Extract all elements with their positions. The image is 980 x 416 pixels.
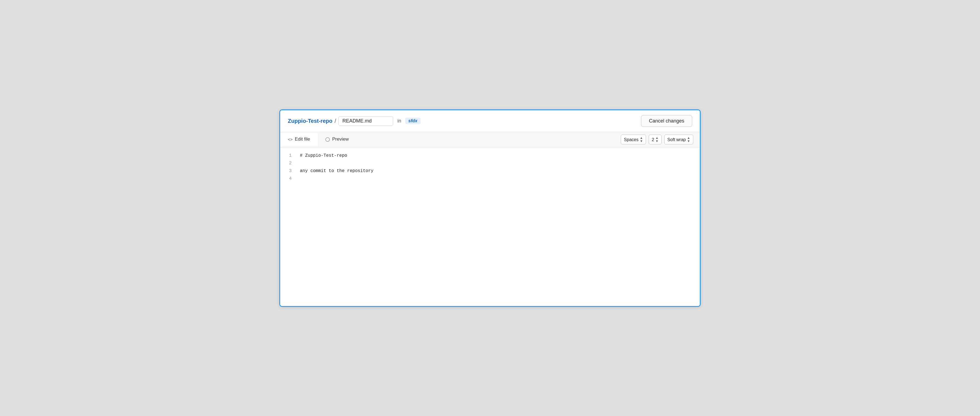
- cancel-changes-button[interactable]: Cancel changes: [641, 115, 692, 127]
- line-number-1: 1: [280, 152, 297, 159]
- edit-file-label: Edit file: [295, 137, 310, 142]
- code-editor[interactable]: # Zuppio-Test-repo any commit to the rep…: [297, 148, 700, 306]
- wrap-select-control[interactable]: Soft wrap No wrap ▲▼: [664, 135, 693, 144]
- repo-link[interactable]: Zuppio-Test-repo: [288, 118, 332, 124]
- in-label: in: [398, 118, 401, 124]
- editor-area: 1 2 3 4 # Zuppio-Test-repo any commit to…: [280, 148, 700, 306]
- wrap-arrows-icon: ▲▼: [687, 136, 690, 143]
- indent-arrows-icon: ▲▼: [655, 136, 659, 143]
- header-bar: Zuppio-Test-repo / in sfdx Cancel change…: [280, 110, 700, 132]
- line-number-2: 2: [280, 159, 297, 167]
- edit-file-tab[interactable]: <> Edit file: [280, 133, 318, 146]
- line-number-3: 3: [280, 167, 297, 175]
- line-numbers: 1 2 3 4: [280, 148, 297, 306]
- preview-icon: ◯: [325, 137, 330, 142]
- wrap-select[interactable]: Soft wrap No wrap: [667, 137, 686, 142]
- branch-badge: sfdx: [405, 117, 421, 124]
- breadcrumb: Zuppio-Test-repo / in sfdx: [288, 116, 641, 126]
- filename-input[interactable]: [339, 116, 393, 126]
- spaces-select[interactable]: Spaces Tabs: [624, 137, 638, 142]
- editor-window: Zuppio-Test-repo / in sfdx Cancel change…: [279, 110, 701, 307]
- breadcrumb-separator: /: [335, 118, 336, 124]
- editor-toolbar: <> Edit file ◯ Preview Spaces Tabs ▲▼ 2 …: [280, 132, 700, 148]
- indent-select[interactable]: 2 4 8: [652, 137, 654, 142]
- indent-select-control[interactable]: 2 4 8 ▲▼: [649, 135, 662, 144]
- preview-label: Preview: [332, 137, 348, 142]
- preview-tab[interactable]: ◯ Preview: [318, 133, 356, 146]
- line-number-4: 4: [280, 175, 297, 183]
- edit-file-icon: <>: [288, 137, 293, 142]
- toolbar-right: Spaces Tabs ▲▼ 2 4 8 ▲▼ Soft: [621, 135, 700, 144]
- spaces-arrows-icon: ▲▼: [640, 136, 643, 143]
- spaces-select-control[interactable]: Spaces Tabs ▲▼: [621, 135, 646, 144]
